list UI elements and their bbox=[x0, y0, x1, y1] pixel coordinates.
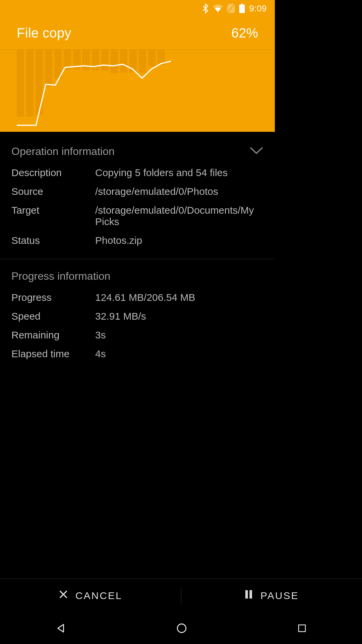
value-status: Photos.zip bbox=[95, 235, 263, 246]
bluetooth-icon bbox=[202, 3, 209, 13]
speed-chart bbox=[0, 50, 275, 132]
progress-percent: 62% bbox=[231, 25, 258, 41]
value-remaining: 3s bbox=[95, 329, 263, 341]
label-description: Description bbox=[11, 167, 95, 178]
progress-table: Progress 124.61 MB/206.54 MB Speed 32.91… bbox=[11, 292, 263, 372]
value-progress: 124.61 MB/206.54 MB bbox=[95, 292, 263, 303]
operation-table: Description Copying 5 folders and 54 fil… bbox=[11, 167, 263, 259]
page-title: File copy bbox=[17, 25, 71, 41]
value-description: Copying 5 folders and 54 files bbox=[95, 167, 263, 178]
svg-rect-1 bbox=[239, 5, 245, 13]
progress-section-title: Progress information bbox=[11, 270, 110, 282]
operation-section-header[interactable]: Operation information bbox=[11, 132, 263, 167]
svg-rect-2 bbox=[241, 4, 243, 5]
system-status-bar: 9:09 bbox=[0, 0, 275, 17]
operation-section-title: Operation information bbox=[11, 145, 115, 158]
label-remaining: Remaining bbox=[11, 329, 95, 341]
battery-icon bbox=[239, 4, 245, 13]
label-status: Status bbox=[11, 235, 95, 246]
value-elapsed: 4s bbox=[95, 348, 263, 360]
status-clock: 9:09 bbox=[249, 3, 267, 14]
app-header: File copy 62% bbox=[0, 17, 275, 50]
label-target: Target bbox=[11, 205, 95, 227]
sim-icon bbox=[227, 4, 235, 13]
chevron-down-icon bbox=[249, 147, 263, 157]
label-source: Source bbox=[11, 186, 95, 197]
value-source: /storage/emulated/0/Photos bbox=[95, 186, 263, 197]
wifi-icon bbox=[213, 4, 223, 12]
progress-section-header: Progress information bbox=[11, 259, 263, 292]
label-elapsed: Elapsed time bbox=[11, 348, 95, 360]
label-speed: Speed bbox=[11, 311, 95, 322]
value-speed: 32.91 MB/s bbox=[95, 311, 263, 322]
value-target: /storage/emulated/0/Documents/My Picks bbox=[95, 205, 263, 227]
label-progress: Progress bbox=[11, 292, 95, 303]
